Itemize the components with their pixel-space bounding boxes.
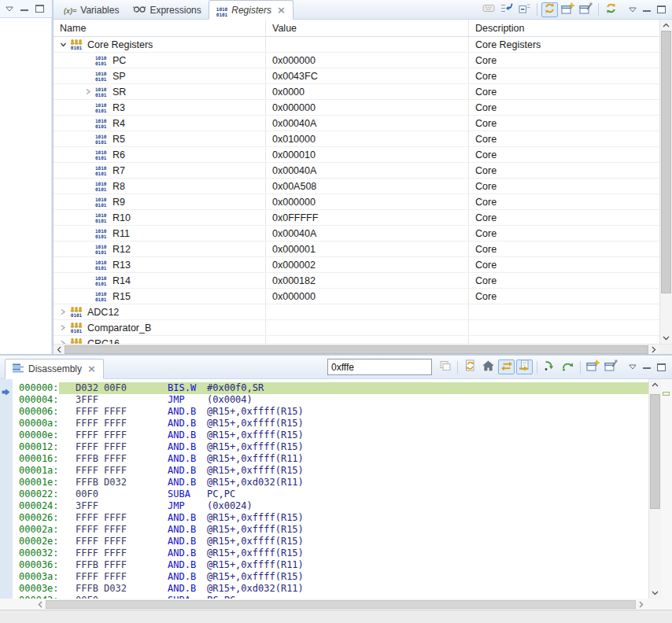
register-value[interactable]: [266, 320, 469, 335]
scroll-thumb[interactable]: [661, 31, 671, 293]
register-value[interactable]: 0x000000: [266, 194, 469, 209]
register-row-r12[interactable]: 10100101R120x000001Core: [54, 241, 659, 257]
register-value[interactable]: 0x000000: [266, 289, 469, 304]
register-value[interactable]: 0x00A508: [266, 179, 469, 194]
expand-chevron-icon[interactable]: [60, 324, 70, 331]
register-row-r8[interactable]: 10100101R80x00A508Core: [54, 179, 659, 194]
link-with-debug-button[interactable]: [498, 2, 515, 17]
continuous-refresh-button[interactable]: [541, 2, 558, 17]
register-value[interactable]: 0x000000: [266, 53, 469, 68]
scroll-right-icon[interactable]: [648, 346, 659, 353]
refresh-button[interactable]: [603, 2, 619, 17]
assembly-step-into-button[interactable]: [541, 359, 558, 374]
home-button[interactable]: [480, 359, 497, 374]
register-row-pc[interactable]: 10100101PC0x000000Core: [54, 53, 659, 68]
registers-horizontal-scrollbar[interactable]: [54, 344, 672, 354]
disassembly-line[interactable]: 00001e:FFFB D032AND.B@R15+,0xd032(R11): [13, 477, 648, 488]
register-value[interactable]: 0x00040A: [266, 163, 469, 178]
scroll-down-icon[interactable]: [649, 588, 661, 599]
disassembly-line[interactable]: 000006:FFFF FFFFAND.B@R15+,0xffff(R15): [13, 406, 648, 418]
disassembly-line[interactable]: 00000e:FFFF FFFFAND.B@R15+,0xffff(R15): [13, 429, 648, 441]
disassembly-line[interactable]: 000000:D032 00F0BIS.W#0x00f0,SR: [13, 382, 648, 394]
open-new-view-button[interactable]: [559, 2, 576, 17]
disassembly-line[interactable]: 000042:00F0SUBAPC,PC: [13, 595, 648, 599]
open-new-view-button[interactable]: [585, 359, 601, 374]
scroll-track[interactable]: [65, 345, 648, 354]
register-row-adc12[interactable]: 0101ADC12: [54, 304, 659, 320]
register-value[interactable]: 0x0000: [266, 84, 469, 99]
scroll-up-icon[interactable]: [660, 20, 672, 31]
register-value[interactable]: 0x00040A: [266, 116, 469, 131]
disassembly-line[interactable]: 000026:FFFF FFFFAND.B@R15+,0xffff(R15): [13, 512, 648, 524]
expand-chevron-icon[interactable]: [60, 308, 70, 315]
tab-expressions[interactable]: Expressions: [126, 1, 208, 19]
disassembly-line[interactable]: 000022:00F0SUBAPC,PC: [13, 488, 648, 500]
disassembly-line[interactable]: 000036:FFFB FFFFAND.B@R15+,0xffff(R11): [13, 559, 648, 571]
show-source-button[interactable]: [516, 359, 533, 374]
register-row-r6[interactable]: 10100101R60x000010Core: [54, 147, 659, 163]
disassembly-line[interactable]: 00001a:FFFF FFFFAND.B@R15+,0xffff(R15): [13, 465, 648, 477]
tab-registers[interactable]: 10100101 Registers ×: [209, 0, 294, 20]
register-row-r15[interactable]: 10100101R150x000000Core: [54, 289, 659, 304]
maximize-button[interactable]: [657, 363, 666, 371]
disassembly-line[interactable]: 000024:3FFFJMP(0x0024): [13, 500, 648, 512]
disassembly-line[interactable]: 00003e:FFFB D032AND.B@R15+,0xd032(R11): [13, 583, 648, 595]
register-value[interactable]: 0x000010: [266, 147, 469, 162]
minimize-button[interactable]: [643, 6, 651, 14]
disassembly-line[interactable]: 000032:FFFF FFFFAND.B@R15+,0xffff(R15): [13, 547, 648, 559]
disassembly-line[interactable]: 00003a:FFFF FFFFAND.B@R15+,0xffff(R15): [13, 571, 648, 583]
scroll-left-icon[interactable]: [35, 601, 46, 608]
close-tab-icon[interactable]: ×: [277, 6, 286, 14]
register-value[interactable]: 0x000182: [266, 273, 469, 288]
register-row-crc16[interactable]: 0101CRC16: [54, 336, 659, 344]
maximize-button[interactable]: [657, 6, 666, 13]
disassembly-horizontal-scrollbar[interactable]: [0, 599, 672, 610]
register-row-r5[interactable]: 10100101R50x010000Core: [54, 131, 659, 147]
view-menu-button[interactable]: [6, 6, 13, 12]
scroll-thumb[interactable]: [46, 600, 636, 609]
register-value[interactable]: 0x010000: [266, 131, 469, 146]
scroll-left-icon[interactable]: [54, 346, 65, 353]
register-value[interactable]: 0x0FFFFF: [266, 210, 469, 225]
register-row-r3[interactable]: 10100101R30x000000Core: [54, 100, 659, 116]
collapse-all-button[interactable]: [516, 2, 533, 17]
column-header-value[interactable]: Value: [266, 20, 469, 36]
address-input[interactable]: [327, 359, 432, 375]
view-menu-button[interactable]: [629, 7, 637, 13]
pin-view-button[interactable]: [578, 2, 594, 17]
column-header-description[interactable]: Description: [469, 20, 659, 36]
column-header-name[interactable]: Name: [54, 20, 266, 36]
register-row-r10[interactable]: 10100101R100x0FFFFFCore: [54, 210, 659, 226]
current-line-marker[interactable]: [663, 392, 670, 396]
register-value[interactable]: 0x000002: [266, 257, 469, 272]
scroll-track[interactable]: [650, 390, 660, 588]
register-row-r14[interactable]: 10100101R140x000182Core: [54, 273, 659, 289]
scroll-right-icon[interactable]: [636, 601, 647, 608]
disassembly-line[interactable]: 000016:FFFB FFFFAND.B@R15+,0xffff(R11): [13, 453, 648, 465]
disassembly-line[interactable]: 00000a:FFFF FFFFAND.B@R15+,0xffff(R15): [13, 418, 648, 429]
scroll-up-icon[interactable]: [649, 379, 661, 390]
register-row-r9[interactable]: 10100101R90x000000Core: [54, 194, 659, 210]
expand-chevron-icon[interactable]: [85, 88, 95, 95]
register-row-r11[interactable]: 10100101R110x00040ACore: [54, 226, 659, 241]
scroll-down-icon[interactable]: [660, 333, 672, 344]
register-value[interactable]: [266, 304, 469, 319]
view-menu-button[interactable]: [629, 364, 637, 370]
tab-disassembly[interactable]: Disassembly ×: [5, 359, 104, 379]
expand-chevron-icon[interactable]: [60, 42, 70, 48]
disassembly-line[interactable]: 000004:3FFFJMP(0x0004): [13, 394, 648, 406]
register-row-core-registers[interactable]: 0101Core RegistersCore Registers: [54, 37, 659, 53]
minimize-button[interactable]: [20, 5, 28, 13]
refresh-view-button[interactable]: [462, 359, 478, 374]
register-value[interactable]: [266, 37, 469, 52]
register-value[interactable]: 0x0043FC: [266, 68, 469, 83]
register-row-sp[interactable]: 10100101SP0x0043FCCore: [54, 68, 659, 84]
register-row-r7[interactable]: 10100101R70x00040ACore: [54, 163, 659, 179]
register-row-sr[interactable]: 10100101SR0x0000Core: [54, 84, 659, 100]
scroll-thumb[interactable]: [650, 394, 660, 509]
scroll-track[interactable]: [46, 600, 636, 609]
minimize-button[interactable]: [643, 363, 651, 371]
disassembly-vertical-scrollbar[interactable]: [648, 379, 661, 599]
register-row-r4[interactable]: 10100101R40x00040ACore: [54, 116, 659, 131]
maximize-button[interactable]: [35, 5, 44, 13]
